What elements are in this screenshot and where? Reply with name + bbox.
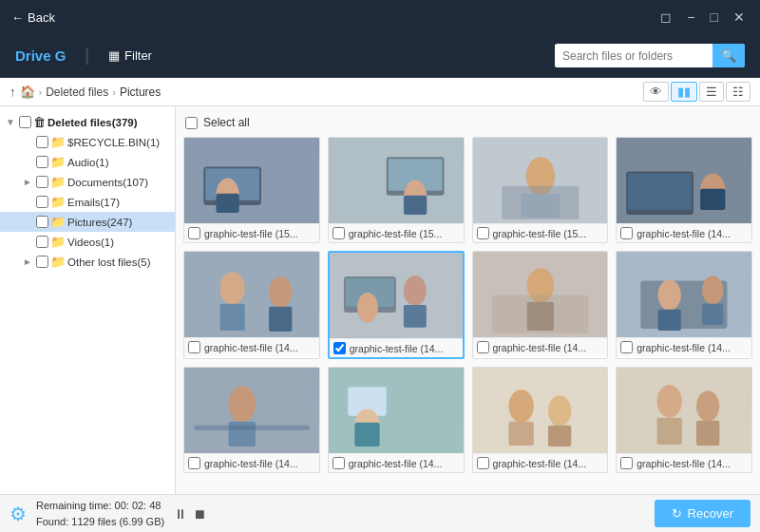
grid-footer: graphic-test-file (14... <box>329 453 464 472</box>
back-button[interactable]: ← Back <box>11 10 55 25</box>
thumbnail <box>329 368 464 453</box>
filter-icon: ▦ <box>108 48 120 63</box>
checkbox-pictures[interactable] <box>36 216 48 228</box>
folder-icon-documents: 📁 <box>50 175 66 189</box>
checkbox-documents[interactable] <box>36 176 48 188</box>
grid-item[interactable]: graphic-test-file (14... <box>616 251 752 359</box>
restore-icon[interactable]: ◻ <box>656 8 675 27</box>
close-icon[interactable]: ✕ <box>730 8 749 27</box>
file-checkbox[interactable] <box>188 227 200 239</box>
folder-icon-pictures: 📁 <box>50 215 66 229</box>
sidebar-label-pictures: Pictures(247) <box>67 217 132 228</box>
sidebar-item-emails[interactable]: 📁 Emails(17) <box>0 192 175 212</box>
view-grid-button[interactable]: ▮▮ <box>671 82 697 102</box>
thumbnail <box>184 138 319 223</box>
checkbox-audio[interactable] <box>36 156 48 168</box>
sidebar-item-pictures[interactable]: 📁 Pictures(247) <box>0 212 175 232</box>
file-checkbox[interactable] <box>332 227 345 239</box>
sidebar-label-videos: Videos(1) <box>67 237 114 248</box>
file-checkbox[interactable] <box>620 341 633 353</box>
breadcrumb-sep-1: › <box>39 86 43 98</box>
file-name: graphic-test-file (15... <box>204 228 315 239</box>
minimize-icon[interactable]: − <box>683 8 698 27</box>
svg-point-50 <box>547 395 570 426</box>
file-checkbox[interactable] <box>477 227 489 239</box>
view-list-button[interactable]: ☰ <box>699 82 724 102</box>
grid-item[interactable]: graphic-test-file (15... <box>472 137 609 243</box>
filter-button[interactable]: ▦ Filter <box>108 48 152 63</box>
checkbox-other[interactable] <box>36 256 48 268</box>
select-all-checkbox[interactable] <box>185 117 198 129</box>
stop-button[interactable]: ⏹ <box>193 506 206 522</box>
file-checkbox[interactable] <box>477 341 489 353</box>
view-preview-button[interactable]: 👁 <box>643 82 669 102</box>
view-detail-button[interactable]: ☷ <box>726 82 750 102</box>
checkbox-recycle[interactable] <box>36 136 48 148</box>
grid-footer: graphic-test-file (14... <box>617 337 751 356</box>
pause-button[interactable]: ⏸ <box>174 506 187 522</box>
breadcrumb-deleted[interactable]: Deleted files <box>46 86 108 99</box>
folder-icon-audio: 📁 <box>50 155 66 169</box>
thumbnail <box>617 368 751 453</box>
sidebar-item-documents[interactable]: ► 📁 Documents(107) <box>0 172 175 192</box>
sidebar-label-audio: Audio(1) <box>67 157 108 168</box>
file-checkbox[interactable] <box>620 457 633 469</box>
grid-item[interactable]: graphic-test-file (15... <box>183 137 320 243</box>
checkbox-root[interactable] <box>19 116 31 128</box>
svg-point-27 <box>357 293 378 323</box>
file-checkbox[interactable] <box>477 457 489 469</box>
grid-item[interactable]: graphic-test-file (14... <box>472 251 609 359</box>
grid-item[interactable]: graphic-test-file (14... <box>328 367 465 473</box>
folder-icon-recycle: 📁 <box>50 135 66 149</box>
svg-rect-47 <box>354 423 379 446</box>
sidebar-item-other[interactable]: ► 📁 Other lost files(5) <box>0 252 175 272</box>
checkbox-videos[interactable] <box>36 236 48 248</box>
expand-arrow-root: ▼ <box>6 117 17 127</box>
select-all-label: Select all <box>203 116 250 129</box>
svg-point-38 <box>702 276 723 304</box>
back-label: Back <box>28 10 55 25</box>
checkbox-emails[interactable] <box>36 196 48 208</box>
breadcrumb-home[interactable]: 🏠 <box>20 85 35 99</box>
file-checkbox[interactable] <box>333 342 346 354</box>
grid-footer: graphic-test-file (14... <box>184 337 319 356</box>
svg-rect-33 <box>492 295 588 334</box>
sidebar-item-root[interactable]: ▼ 🗑 Deleted files(379) <box>0 112 175 132</box>
search-box: 🔍 <box>555 44 745 67</box>
breadcrumb-bar: ↑ 🏠 › Deleted files › Pictures 👁 ▮▮ ☰ ☷ <box>0 78 760 106</box>
grid-item[interactable]: graphic-test-file (14... <box>616 367 752 473</box>
recover-button[interactable]: ↻ Recover <box>655 500 750 527</box>
sidebar-item-audio[interactable]: 📁 Audio(1) <box>0 152 175 172</box>
sidebar-item-videos[interactable]: 📁 Videos(1) <box>0 232 175 252</box>
window-controls: ◻ − □ ✕ <box>656 8 749 27</box>
grid-item[interactable]: graphic-test-file (14... <box>616 137 752 243</box>
thumbnail <box>473 252 608 337</box>
thumbnail <box>184 252 319 337</box>
search-input[interactable] <box>555 45 712 67</box>
file-checkbox[interactable] <box>332 457 345 469</box>
grid-item[interactable]: graphic-test-file (14... <box>472 367 609 473</box>
trash-icon-root: 🗑 <box>33 115 46 129</box>
file-name: graphic-test-file (14... <box>636 458 748 469</box>
grid-item[interactable]: graphic-test-file (15... <box>328 137 465 243</box>
search-button[interactable]: 🔍 <box>712 44 745 67</box>
filter-label: Filter <box>124 48 152 63</box>
file-checkbox[interactable] <box>188 341 200 353</box>
grid-item[interactable]: graphic-test-file (14... <box>183 367 320 473</box>
file-checkbox[interactable] <box>188 457 200 469</box>
media-controls: ⏸ ⏹ <box>174 506 206 522</box>
breadcrumb-up[interactable]: ↑ <box>10 85 16 99</box>
svg-rect-43 <box>194 426 310 430</box>
folder-icon-emails: 📁 <box>50 195 66 209</box>
svg-rect-57 <box>696 421 719 446</box>
svg-point-36 <box>658 279 681 310</box>
svg-rect-51 <box>508 422 533 446</box>
grid-item[interactable]: graphic-test-file (14... <box>328 251 465 359</box>
file-checkbox[interactable] <box>620 227 633 239</box>
sidebar-item-recycle[interactable]: 📁 $RECYCLE.BIN(1) <box>0 132 175 152</box>
maximize-icon[interactable]: □ <box>707 8 722 27</box>
grid-item[interactable]: graphic-test-file (14... <box>183 251 320 359</box>
file-grid: graphic-test-file (15... graphic-test-fi… <box>183 137 752 473</box>
select-all-row: Select all <box>183 112 752 137</box>
svg-point-20 <box>219 272 244 304</box>
